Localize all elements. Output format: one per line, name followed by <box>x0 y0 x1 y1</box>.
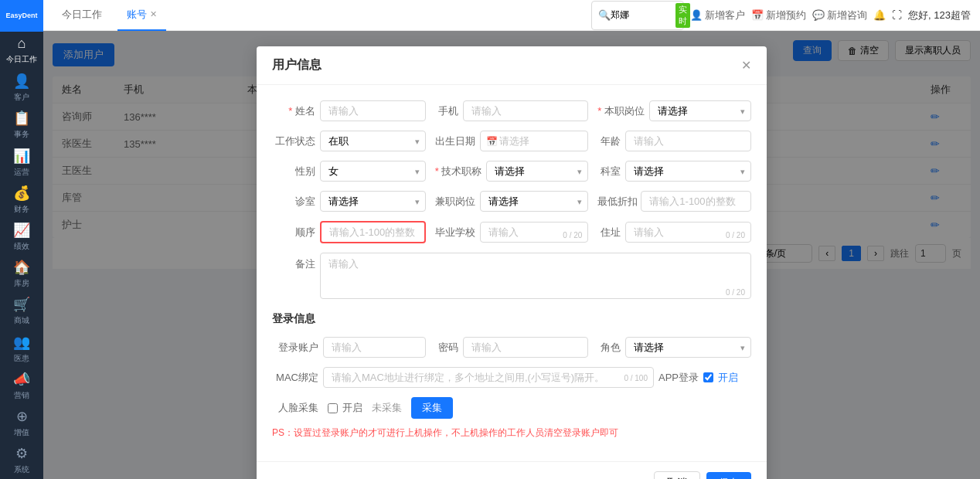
clinic-field-group: 诊室 请选择 <box>272 191 426 212</box>
address-field-group: 住址 0 / 20 <box>597 222 751 243</box>
password-field-group: 密码 <box>435 337 589 358</box>
modal-header: 用户信息 ✕ <box>257 46 767 85</box>
account-input[interactable] <box>323 337 426 358</box>
work-status-select-wrap: 在职 <box>320 131 426 151</box>
row3: 性别 女 男 * <box>272 161 751 182</box>
sidebar-item-mall-label: 商城 <box>14 315 29 326</box>
position-label: * 本职岗位 <box>597 104 645 118</box>
tab-today-work[interactable]: 今日工作 <box>53 0 111 31</box>
face-collect-toggle: 开启 <box>328 401 362 415</box>
account-label: 登录账户 <box>272 341 318 355</box>
ps-note: PS：设置过登录账户的才可进行上机操作，不上机操作的工作人员清空登录账户即可 <box>272 426 751 440</box>
app-login-field: APP登录 开启 <box>658 371 751 385</box>
note-field-group: 备注 0 / 20 <box>272 253 751 301</box>
login-row1: 登录账户 密码 角色 <box>272 337 751 358</box>
mall-icon: 🛒 <box>13 296 30 313</box>
mac-label: MAC绑定 <box>272 371 318 385</box>
phone-label: 手机 <box>435 104 458 118</box>
account-field-group: 登录账户 <box>272 337 426 358</box>
min-discount-input[interactable] <box>641 191 751 212</box>
face-open-checkbox[interactable] <box>328 403 338 413</box>
login-section-title: 登录信息 <box>272 312 751 326</box>
school-field-group: 毕业学校 0 / 20 <box>435 222 589 243</box>
sidebar-item-marketing[interactable]: 📣 营销 <box>0 367 43 404</box>
content-area: 添加用户 查询 🗑 清空 显示离职人员 姓名 手机 本职岗位 操作 <box>43 31 980 479</box>
sidebar-item-affairs[interactable]: 📋 事务 <box>0 107 43 144</box>
order-label: 顺序 <box>272 226 315 240</box>
tech-title-select[interactable]: 请选择 <box>486 161 588 182</box>
order-input[interactable] <box>320 221 426 243</box>
note-label: 备注 <box>272 253 315 271</box>
birthday-field-group: 出生日期 📅 <box>435 131 589 151</box>
collect-button[interactable]: 采集 <box>411 397 453 419</box>
app-login-checkbox[interactable] <box>703 372 713 382</box>
tech-title-label: * 技术职称 <box>435 165 482 178</box>
tab-account[interactable]: 账号 ✕ <box>117 0 166 31</box>
sidebar-item-system[interactable]: ⚙ 系统 <box>0 442 43 479</box>
add-inquiry-btn[interactable]: 💬 新增咨询 <box>812 8 867 22</box>
sidebar-item-finance[interactable]: 💰 财务 <box>0 181 43 218</box>
note-textarea[interactable] <box>320 253 751 299</box>
name-input[interactable] <box>320 100 426 121</box>
mac-input[interactable] <box>323 367 654 388</box>
app-login-label: APP登录 <box>658 371 699 385</box>
tech-title-field-group: * 技术职称 请选择 <box>435 161 589 182</box>
role-field-group: 角色 请选择 <box>597 337 751 358</box>
mac-field-group: MAC绑定 0 / 100 APP登录 开启 <box>272 367 751 388</box>
notification-icon[interactable]: 🔔 <box>873 9 886 21</box>
part-time-select[interactable]: 请选择 <box>480 191 589 212</box>
age-input[interactable] <box>625 131 751 151</box>
sidebar-item-warehouse-label: 库房 <box>14 278 29 289</box>
sidebar-item-system-label: 系统 <box>14 464 29 475</box>
tech-title-select-wrap: 请选择 <box>486 161 588 182</box>
add-customer-btn[interactable]: 👤 新增客户 <box>690 8 745 22</box>
position-select[interactable]: 请选择 <box>649 100 751 121</box>
gender-select[interactable]: 女 男 <box>320 161 426 182</box>
sidebar-item-operations[interactable]: 📊 运营 <box>0 144 43 181</box>
sidebar-item-value-added[interactable]: ⊕ 增值 <box>0 405 43 442</box>
top-nav: 今日工作 账号 ✕ 🔍 实时 👤 新增客户 📅 新增预约 <box>43 0 980 31</box>
note-wrap: 0 / 20 <box>320 253 751 301</box>
role-select[interactable]: 请选择 <box>625 337 751 358</box>
address-input-wrap: 0 / 20 <box>625 222 751 243</box>
sidebar-item-today[interactable]: ⌂ 今日工作 <box>0 32 43 69</box>
modal-close-button[interactable]: ✕ <box>741 58 751 73</box>
dept-field-group: 科室 请选择 <box>597 161 751 182</box>
tab-today-work-label: 今日工作 <box>62 8 102 22</box>
sidebar-item-medical[interactable]: 👥 医患 <box>0 330 43 367</box>
part-time-field-group: 兼职岗位 请选择 <box>435 191 589 212</box>
user-info-modal: 用户信息 ✕ * 姓名 <box>257 46 767 479</box>
system-icon: ⚙ <box>15 445 28 462</box>
search-box[interactable]: 🔍 实时 <box>591 1 684 30</box>
password-input[interactable] <box>463 337 589 358</box>
main-area: 今日工作 账号 ✕ 🔍 实时 👤 新增客户 📅 新增预约 <box>43 0 980 479</box>
row2: 工作状态 在职 出生日期 📅 <box>272 131 751 151</box>
calendar-icon: 📅 <box>486 136 498 147</box>
search-input[interactable] <box>611 10 672 21</box>
work-status-field-group: 工作状态 在职 <box>272 131 426 151</box>
fullscreen-icon[interactable]: ⛶ <box>892 9 902 21</box>
sidebar-item-warehouse[interactable]: 🏠 库房 <box>0 256 43 293</box>
add-appointment-btn[interactable]: 📅 新增预约 <box>751 8 806 22</box>
tab-account-label: 账号 <box>127 8 147 22</box>
work-status-select[interactable]: 在职 <box>320 131 426 151</box>
name-field-group: * 姓名 <box>272 100 426 121</box>
sidebar-item-performance[interactable]: 📈 绩效 <box>0 218 43 255</box>
gender-field-group: 性别 女 男 <box>272 161 426 182</box>
dept-select[interactable]: 请选择 <box>625 161 751 182</box>
app-logo: EasyDent <box>0 0 43 32</box>
cancel-button[interactable]: 取消 <box>654 471 700 479</box>
tab-close-icon[interactable]: ✕ <box>150 9 157 19</box>
sidebar-item-customer[interactable]: 👤 客户 <box>0 70 43 107</box>
face-collect-label: 人脸采集 <box>272 401 318 415</box>
sidebar-item-mall[interactable]: 🛒 商城 <box>0 293 43 330</box>
phone-input[interactable] <box>463 100 589 121</box>
login-section: 登录信息 登录账户 密码 <box>272 312 751 440</box>
clinic-select[interactable]: 请选择 <box>320 191 426 212</box>
finance-icon: 💰 <box>13 185 30 202</box>
value-added-icon: ⊕ <box>16 408 28 425</box>
save-button[interactable]: 保存 <box>706 472 751 479</box>
position-field-group: * 本职岗位 请选择 <box>597 100 751 121</box>
nav-search-area: 🔍 实时 👤 新增客户 📅 新增预约 💬 新增咨询 🔔 ⛶ <box>591 1 971 30</box>
sidebar-item-marketing-label: 营销 <box>14 390 29 401</box>
